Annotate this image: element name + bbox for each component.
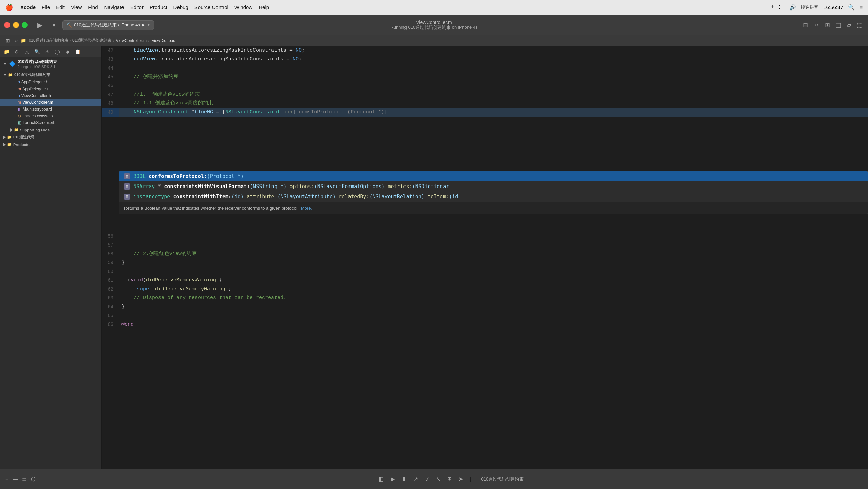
autocomplete-doc-text: Returns a Boolean value that indicates w…	[124, 206, 299, 211]
code-line-66: 66 @end	[102, 320, 868, 329]
menu-navigate[interactable]: Navigate	[104, 4, 124, 10]
code-line-63: 63 // Dispose of any resources that can …	[102, 294, 868, 302]
sidebar-group-main[interactable]: 📁 010通过代码创建约束	[0, 71, 101, 79]
file-h-icon2: h	[18, 93, 20, 98]
sidebar-group-subproject[interactable]: 📁 010通过代码	[0, 133, 101, 141]
sidebar-item-main-storyboard[interactable]: ◧ Main.storyboard	[0, 106, 101, 113]
menu-list-icon[interactable]: ≡	[860, 4, 863, 11]
sidebar-breakpoint-icon[interactable]: ◆	[64, 48, 71, 55]
sidebar-item-images-xcassets[interactable]: ⊙ Images.xcassets	[0, 113, 101, 119]
stop-button[interactable]: ■	[48, 19, 60, 31]
sidebar-folder-icon[interactable]: 📁	[3, 48, 10, 55]
project-expand-icon	[3, 63, 7, 65]
plus-button[interactable]: +	[771, 4, 775, 11]
autocomplete-item-1[interactable]: M NSArray * constraintsWithVisualFormat:…	[119, 181, 868, 192]
hex-icon[interactable]: ⬡	[31, 476, 36, 482]
editor-content[interactable]: 42 blueView.translatesAutoresizingMaskIn…	[102, 46, 868, 469]
autocomplete-text-1: NSArray * constraintsWithVisualFormat:(N…	[133, 183, 449, 190]
sidebar-group-supporting[interactable]: 📁 Supporting Files	[0, 126, 101, 133]
menu-source-control[interactable]: Source Control	[194, 4, 228, 10]
group-collapsed-icon3	[3, 143, 6, 146]
filter-icon[interactable]: ☰	[22, 476, 27, 482]
code-line-58: 58 // 2.创建红色view的约束	[102, 250, 868, 258]
navigator-toggle[interactable]: ⊟	[801, 20, 809, 30]
step-out[interactable]: ↖	[436, 476, 440, 482]
sidebar-find-icon[interactable]: 🔍	[33, 48, 41, 55]
breadcrumb-group[interactable]: 010通过代码创建约束	[72, 38, 112, 43]
toolbar-right: ⊟ ↔ ⊞ ◫ ▱ ⬚	[801, 20, 864, 30]
sidebar-item-appdelegate-h[interactable]: h AppDelegate.h	[0, 79, 101, 85]
breakpoint-nav[interactable]: ◧	[379, 476, 384, 482]
file-xib-icon: ◧	[18, 120, 21, 125]
add-file-icon[interactable]: +	[5, 476, 8, 482]
menu-editor[interactable]: Editor	[130, 4, 144, 10]
toolbar: ▶ ■ 🔨 010通过代码创建约束 › iPhone 4s ▶ ▼ ViewCo…	[0, 15, 868, 35]
location-arrow[interactable]: ➤	[458, 476, 463, 482]
menu-edit[interactable]: Edit	[56, 4, 65, 10]
sidebar-item-launchscreen-xib[interactable]: ◧ LaunchScreen.xib	[0, 119, 101, 126]
scheme-selector[interactable]: 🔨 010通过代码创建约束 › iPhone 4s ▶ ▼	[62, 20, 154, 30]
sidebar-item-viewcontroller-h[interactable]: h ViewController.h	[0, 92, 101, 99]
menu-window[interactable]: Window	[234, 4, 252, 10]
left-panel-toggle[interactable]: ◫	[834, 20, 843, 30]
menu-file[interactable]: File	[42, 4, 50, 10]
menu-view[interactable]: View	[71, 4, 82, 10]
close-button[interactable]	[4, 22, 10, 28]
project-icon: 🔷	[9, 61, 16, 67]
maximize-button[interactable]	[22, 22, 28, 28]
version-toggle[interactable]: ⊞	[824, 20, 831, 30]
menu-xcode[interactable]: Xcode	[20, 4, 36, 10]
running-label: Running 010通过代码创建约束 on iPhone 4s	[390, 25, 477, 30]
code-line-44: 44	[102, 64, 868, 73]
right-panel-toggle[interactable]: ⬚	[855, 20, 864, 30]
breadcrumb-project[interactable]: 010通过代码创建约束	[29, 38, 68, 43]
editor-grid-icon[interactable]: ⊞	[4, 37, 12, 44]
bottom-panel-toggle[interactable]: ▱	[845, 20, 853, 30]
play-debug[interactable]: ▶	[391, 476, 395, 482]
apple-menu[interactable]: 🍎	[5, 4, 13, 11]
autocomplete-item-2[interactable]: M instancetype constraintWithItem:(id) a…	[119, 192, 868, 202]
content-area: 📁 ⊙ △ 🔍 ⚠ ◯ ◆ 📋 🔷 010通过代码创建约束 2 targets,…	[0, 46, 868, 469]
group-collapsed-icon	[10, 128, 13, 132]
code-lines: 42 blueView.translatesAutoresizingMaskIn…	[102, 46, 868, 117]
sidebar-issue-icon[interactable]: ⚠	[43, 48, 51, 55]
pause-debug[interactable]: ⏸	[401, 476, 407, 482]
step-over[interactable]: ↗	[414, 476, 418, 482]
menu-product[interactable]: Product	[150, 4, 167, 10]
code-lines-2: 56 57 58 // 2.创建红色view的约束 59 }	[102, 232, 868, 329]
folder-icon3: 📁	[7, 135, 12, 139]
menu-help[interactable]: Help	[259, 4, 269, 10]
run-button[interactable]: ▶	[34, 19, 45, 31]
sidebar-item-appdelegate-m[interactable]: m AppDelegate.m	[0, 85, 101, 92]
code-line-49: 49 NSLayoutConstraint *blueHC = [NSLayou…	[102, 108, 868, 117]
search-menu-icon[interactable]: 🔍	[848, 4, 855, 11]
autocomplete-popup[interactable]: M BOOL conformsToProtocol:(Protocol *) M…	[119, 171, 868, 214]
menu-find[interactable]: Find	[88, 4, 98, 10]
sidebar-test-icon[interactable]: ◯	[54, 48, 61, 55]
sidebar-group-products[interactable]: 📁 Products	[0, 141, 101, 148]
sidebar-symbol-icon[interactable]: △	[23, 48, 31, 55]
step-in[interactable]: ↙	[425, 476, 429, 482]
sidebar-item-viewcontroller-m[interactable]: m ViewController.m	[0, 99, 101, 106]
code-line-46: 46	[102, 81, 868, 90]
menu-debug[interactable]: Debug	[173, 4, 188, 10]
main-container: ⊞ ‹ › 📁 010通过代码创建约束 › 010通过代码创建约束 › View…	[0, 35, 868, 469]
assistant-toggle[interactable]: ↔	[812, 20, 821, 30]
breadcrumb-file[interactable]: ViewController.m	[116, 38, 146, 43]
code-editor[interactable]: 42 blueView.translatesAutoresizingMaskIn…	[102, 46, 868, 469]
minimize-button[interactable]	[13, 22, 19, 28]
menubar-right: + ⛶ 🔊 搜狗拼音 16:56:37 🔍 ≡	[771, 4, 863, 11]
remove-icon[interactable]: —	[13, 476, 18, 482]
code-line-64: 64 }	[102, 302, 868, 311]
group-collapsed-icon2	[3, 136, 6, 139]
project-root[interactable]: 🔷 010通过代码创建约束 2 targets, iOS SDK 8.1	[0, 57, 101, 71]
breadcrumb-forward[interactable]: ›	[16, 38, 18, 44]
screen-button[interactable]: ⛶	[779, 4, 785, 11]
autocomplete-more-link[interactable]: More...	[301, 206, 315, 211]
audio-icon[interactable]: 🔊	[789, 4, 796, 11]
sidebar-log-icon[interactable]: 📋	[74, 48, 81, 55]
autocomplete-item-0[interactable]: M BOOL conformsToProtocol:(Protocol *)	[119, 171, 868, 181]
thread-select[interactable]: ⊞	[447, 476, 452, 482]
breadcrumb-method[interactable]: -viewDidLoad	[151, 38, 175, 43]
sidebar-source-icon[interactable]: ⊙	[13, 48, 20, 55]
